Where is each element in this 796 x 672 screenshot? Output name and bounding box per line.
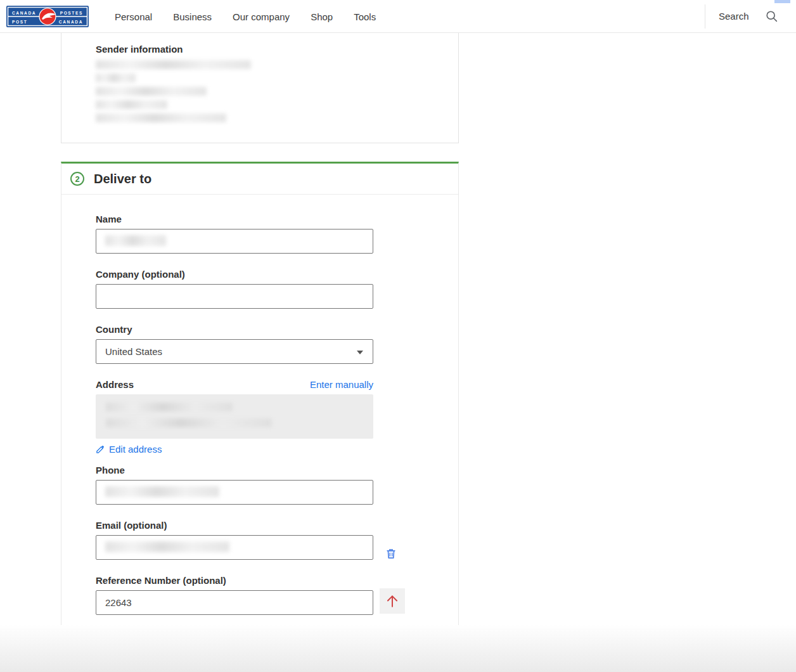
sender-information-title: Sender information xyxy=(96,44,458,55)
nav-tools[interactable]: Tools xyxy=(354,11,376,22)
redacted-sender-line xyxy=(96,113,226,122)
company-field-group: Company (optional) xyxy=(96,269,373,309)
redacted-name-value xyxy=(105,235,166,246)
company-label: Company (optional) xyxy=(96,269,373,280)
redacted-sender-line xyxy=(96,87,207,96)
browser-artifact-strip xyxy=(774,0,790,3)
logo-text-canada: CANADA xyxy=(12,11,36,15)
reference-label: Reference Number (optional) xyxy=(96,575,373,586)
country-selected-value: United States xyxy=(105,346,162,357)
nav-personal[interactable]: Personal xyxy=(115,11,152,22)
redacted-address-line xyxy=(106,418,272,427)
redacted-sender-line xyxy=(96,60,251,69)
reference-field-group: Reference Number (optional) xyxy=(96,575,373,615)
enter-manually-link[interactable]: Enter manually xyxy=(310,379,373,390)
edit-address-label: Edit address xyxy=(109,444,162,455)
address-label: Address xyxy=(96,379,134,390)
nav-shop[interactable]: Shop xyxy=(311,11,333,22)
company-input[interactable] xyxy=(96,284,373,309)
deliver-to-card: 2 Deliver to Name Company (optional) Cou… xyxy=(61,162,459,625)
reference-input[interactable] xyxy=(96,590,373,615)
logo-text-post: POST xyxy=(12,20,27,24)
deliver-to-title: Deliver to xyxy=(94,172,151,186)
chevron-down-icon xyxy=(357,351,363,354)
address-display-box xyxy=(96,394,373,439)
wing-icon xyxy=(39,8,56,25)
country-label: Country xyxy=(96,324,373,335)
top-navigation-bar: CANADA POST POSTES CANADA Personal Busin… xyxy=(0,0,796,33)
phone-field-group: Phone xyxy=(96,465,373,505)
footer-fade-band xyxy=(0,624,796,672)
nav-our-company[interactable]: Our company xyxy=(233,11,290,22)
scroll-to-top-button[interactable] xyxy=(380,588,405,614)
logo-text-canada-fr: CANADA xyxy=(59,20,83,24)
pencil-icon xyxy=(96,444,105,454)
step-number-badge: 2 xyxy=(70,172,84,186)
name-label: Name xyxy=(96,214,373,224)
redacted-email-value xyxy=(105,541,229,552)
redacted-phone-value xyxy=(105,486,219,497)
main-nav: Personal Business Our company Shop Tools xyxy=(115,0,376,33)
name-field-group: Name xyxy=(96,214,373,254)
canada-post-logo[interactable]: CANADA POST POSTES CANADA xyxy=(6,6,89,27)
page: CANADA POST POSTES CANADA Personal Busin… xyxy=(0,0,796,672)
phone-label: Phone xyxy=(96,465,373,475)
nav-business[interactable]: Business xyxy=(173,11,212,22)
address-field-group: Address Enter manually Edit address xyxy=(96,379,373,455)
country-select[interactable]: United States xyxy=(96,339,373,364)
header-divider xyxy=(705,4,705,29)
logo-text-postes: POSTES xyxy=(60,11,83,15)
search-link[interactable]: Search xyxy=(719,11,749,22)
sender-information-card: Sender information xyxy=(61,33,459,143)
trash-icon[interactable] xyxy=(385,547,397,560)
email-label: Email (optional) xyxy=(96,520,373,531)
edit-address-link[interactable]: Edit address xyxy=(96,444,373,455)
redacted-address-line xyxy=(106,403,233,411)
deliver-to-form: Name Company (optional) Country United S… xyxy=(61,195,458,615)
deliver-to-header: 2 Deliver to xyxy=(61,164,458,195)
redacted-sender-line xyxy=(96,74,136,82)
search-icon[interactable] xyxy=(765,10,779,23)
redacted-sender-line xyxy=(96,100,167,109)
arrow-up-icon xyxy=(384,593,401,609)
email-field-group: Email (optional) xyxy=(96,520,373,560)
country-field-group: Country United States xyxy=(96,324,373,364)
